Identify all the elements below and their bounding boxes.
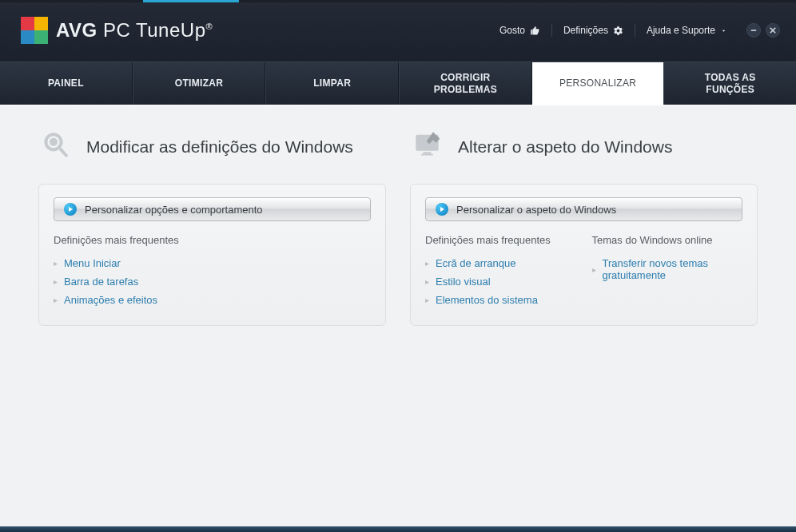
two-columns: Definições mais frequentes ▸Ecrã de arra…	[425, 234, 742, 309]
section-title: Modificar as definições do Windows	[86, 137, 353, 157]
tab-painel[interactable]: PAINEL	[0, 62, 133, 105]
personalize-appearance-button[interactable]: Personalizar o aspeto do Windows	[425, 197, 742, 221]
app-title: AVG PC TuneUp®	[56, 19, 213, 42]
link-elementos-sistema[interactable]: Elementos do sistema	[436, 294, 538, 306]
play-icon	[64, 203, 77, 216]
link-ecra-arranque[interactable]: Ecrã de arranque	[436, 257, 515, 269]
tab-label: CORRIGIR PROBLEMAS	[425, 72, 505, 95]
link-list-right-a: ▸Ecrã de arranque ▸Estilo visual ▸Elemen…	[425, 254, 576, 309]
bottom-bar	[0, 526, 796, 532]
chevron-right-icon: ▸	[425, 277, 429, 286]
sub-heading: Temas do Windows online	[592, 234, 743, 246]
like-label: Gosto	[499, 25, 525, 36]
settings-label: Definições	[563, 25, 608, 36]
chevron-right-icon: ▸	[54, 296, 58, 304]
link-animacoes[interactable]: Animações e efeitos	[64, 294, 157, 306]
section-header-appearance: Alterar o aspeto do Windows	[410, 129, 758, 165]
panel-btn-label: Personalizar o aspeto do Windows	[456, 204, 616, 216]
logo-area: AVG PC TuneUp®	[21, 17, 213, 44]
list-item: ▸Barra de tarefas	[54, 272, 371, 291]
play-icon	[436, 203, 448, 216]
sub-heading: Definições mais frequentes	[425, 234, 576, 246]
chevron-right-icon: ▸	[592, 265, 596, 274]
help-label: Ajuda e Suporte	[647, 25, 715, 36]
chevron-right-icon: ▸	[425, 296, 429, 304]
tab-personalizar[interactable]: PERSONALIZAR	[532, 62, 664, 105]
tab-corrigir[interactable]: CORRIGIR PROBLEMAS	[399, 62, 532, 105]
column-right: Alterar o aspeto do Windows Personalizar…	[410, 129, 758, 502]
settings-button[interactable]: Definições	[563, 25, 623, 36]
tab-otimizar[interactable]: OTIMIZAR	[133, 62, 266, 105]
main-nav: PAINEL OTIMIZAR LIMPAR CORRIGIR PROBLEMA…	[0, 62, 796, 105]
svg-rect-3	[424, 152, 432, 154]
thumbs-up-icon	[530, 26, 540, 36]
svg-point-1	[50, 138, 58, 146]
content-area: Modificar as definições do Windows Perso…	[0, 105, 796, 526]
list-item: ▸Elementos do sistema	[425, 291, 576, 309]
col-b: Temas do Windows online ▸Transferir novo…	[592, 234, 743, 309]
titlebar-right: Gosto Definições Ajuda e Suporte	[499, 23, 780, 38]
window-controls	[746, 23, 780, 38]
app-window: AVG PC TuneUp® Gosto Definições Ajuda e …	[0, 0, 796, 532]
tab-label: OTIMIZAR	[175, 77, 223, 89]
link-barra-tarefas[interactable]: Barra de tarefas	[64, 276, 138, 288]
chevron-right-icon: ▸	[54, 259, 58, 268]
personalize-options-button[interactable]: Personalizar opções e comportamento	[54, 197, 371, 221]
list-item: ▸Menu Iniciar	[54, 254, 371, 272]
list-item: ▸Animações e efeitos	[54, 291, 371, 309]
separator	[551, 24, 552, 37]
list-item: ▸Transferir novos temas gratuitamente	[592, 254, 743, 284]
col-a: Definições mais frequentes ▸Ecrã de arra…	[425, 234, 576, 309]
separator	[635, 24, 635, 37]
tab-todas-funcoes[interactable]: TODAS AS FUNÇÕES	[663, 62, 796, 105]
svg-rect-0	[751, 30, 756, 31]
section-header-modify: Modificar as definições do Windows	[38, 129, 386, 165]
panel-btn-label: Personalizar opções e comportamento	[85, 204, 263, 216]
tab-label: PAINEL	[48, 77, 84, 89]
minimize-button[interactable]	[746, 23, 761, 38]
section-title: Alterar o aspeto do Windows	[458, 137, 672, 157]
panel-appearance: Personalizar o aspeto do Windows Definiç…	[410, 184, 758, 326]
tab-limpar[interactable]: LIMPAR	[265, 62, 399, 105]
chevron-right-icon: ▸	[54, 277, 58, 286]
link-list-left: ▸Menu Iniciar ▸Barra de tarefas ▸Animaçõ…	[54, 254, 371, 309]
link-transferir-temas[interactable]: Transferir novos temas gratuitamente	[603, 257, 743, 281]
list-item: ▸Estilo visual	[425, 272, 576, 291]
avg-logo-icon	[21, 17, 48, 44]
column-left: Modificar as definições do Windows Perso…	[38, 129, 386, 502]
chevron-right-icon: ▸	[425, 259, 429, 268]
caret-down-icon	[720, 27, 727, 34]
gear-icon	[613, 26, 623, 36]
logo-brand: AVG	[56, 19, 98, 41]
registered-mark: ®	[205, 22, 213, 31]
panel-modify: Personalizar opções e comportamento Defi…	[38, 184, 386, 326]
gear-search-icon	[42, 129, 74, 165]
list-item: ▸Ecrã de arranque	[425, 254, 576, 272]
tab-label: LIMPAR	[313, 77, 351, 89]
like-button[interactable]: Gosto	[499, 25, 540, 36]
close-button[interactable]	[766, 23, 780, 38]
tab-label: TODAS AS FUNÇÕES	[691, 72, 770, 95]
titlebar: AVG PC TuneUp® Gosto Definições Ajuda e …	[0, 2, 796, 62]
svg-rect-4	[421, 154, 433, 156]
tab-label: PERSONALIZAR	[559, 77, 636, 89]
brush-monitor-icon	[413, 129, 445, 165]
link-list-right-b: ▸Transferir novos temas gratuitamente	[592, 254, 743, 284]
logo-product: PC TuneUp	[103, 19, 206, 41]
link-menu-iniciar[interactable]: Menu Iniciar	[64, 257, 121, 269]
sub-heading: Definições mais frequentes	[54, 234, 371, 246]
help-button[interactable]: Ajuda e Suporte	[647, 25, 727, 36]
link-estilo-visual[interactable]: Estilo visual	[436, 276, 491, 288]
